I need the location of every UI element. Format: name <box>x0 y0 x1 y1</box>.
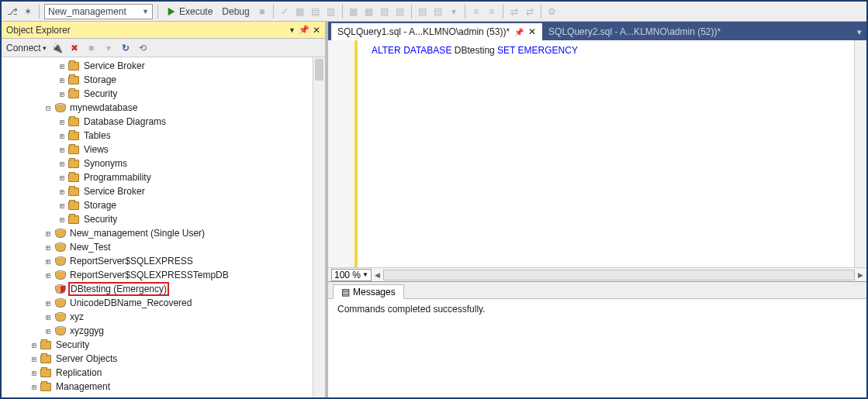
toolbar-icon-1[interactable]: ⎇ <box>6 5 19 18</box>
tree-node-db[interactable]: ⊟mynewdatabase <box>2 101 325 115</box>
expand-icon[interactable]: ⊞ <box>42 327 54 335</box>
uncomment-icon[interactable]: ▤ <box>432 5 444 18</box>
execute-button[interactable]: Execute <box>163 6 216 17</box>
tree-node[interactable]: ⊞Storage <box>2 73 325 87</box>
grid-icon[interactable]: ▦ <box>294 5 306 18</box>
connect-label: Connect <box>6 43 41 53</box>
tree-node[interactable]: ⊞Storage <box>2 198 325 212</box>
scrollbar-thumb[interactable] <box>315 59 323 81</box>
expand-icon[interactable]: ⊞ <box>56 160 68 168</box>
debug-button[interactable]: Debug <box>219 6 252 17</box>
messages-body[interactable]: Commands completed successfully. <box>328 299 866 397</box>
expand-icon[interactable]: ⊞ <box>42 243 54 252</box>
collapse-icon[interactable]: ⊟ <box>42 104 54 112</box>
filter-icon[interactable]: ▾ <box>102 42 115 54</box>
connect-plug-icon[interactable]: 🔌 <box>51 42 64 54</box>
expand-icon[interactable]: ⊞ <box>42 299 54 308</box>
outdent-icon[interactable]: ≡ <box>486 5 498 18</box>
tree-node-db[interactable]: ⊞xyzggyg <box>2 324 325 338</box>
misc-icon-2[interactable]: ⚙ <box>546 5 558 18</box>
expand-icon[interactable]: ⊞ <box>42 257 54 266</box>
expand-icon[interactable]: ⊞ <box>56 90 68 98</box>
scroll-left-icon[interactable]: ◀ <box>375 271 380 279</box>
misc-icon[interactable]: ▾ <box>448 5 460 18</box>
tree-node[interactable]: ⊞Tables <box>2 129 325 143</box>
disconnect-icon[interactable]: ✖ <box>68 42 81 54</box>
tree-node[interactable]: ⊞Views <box>2 143 325 157</box>
tree-node-db-emergency[interactable]: DBtesting (Emergency) <box>2 282 325 296</box>
tree-node[interactable]: ⊞Security <box>2 87 325 101</box>
expand-icon[interactable]: ⊞ <box>56 62 68 71</box>
check-icon[interactable]: ✓ <box>278 5 291 18</box>
editor-vertical-scrollbar[interactable] <box>854 40 866 267</box>
indent-icon[interactable]: ≡ <box>470 5 482 18</box>
expand-blank <box>42 285 54 294</box>
tab-sqlquery2[interactable]: SQLQuery2.sql - A...KLMNO\admin (52))* <box>542 23 727 40</box>
expand-icon[interactable]: ⊞ <box>42 313 54 322</box>
tree-node-db[interactable]: ⊞ReportServer$SQLEXPRESSTempDB <box>2 268 325 282</box>
comment-icon[interactable]: ▤ <box>417 5 429 18</box>
tree-node-db[interactable]: ⊞UnicodeDBName_Recovered <box>2 296 325 310</box>
refresh-icon[interactable]: ↻ <box>119 42 132 54</box>
main-split: Object Explorer ▼ 📌 ✕ Connect ▾ 🔌 ✖ ■ ▾ … <box>2 22 866 397</box>
expand-icon[interactable]: ⊞ <box>56 76 68 84</box>
expand-icon[interactable]: ⊞ <box>56 201 68 210</box>
node-label: Tables <box>82 130 112 141</box>
sync-icon[interactable]: ⟲ <box>137 42 149 54</box>
expand-icon[interactable]: ⊞ <box>56 132 68 140</box>
database-icon <box>54 256 65 266</box>
tree-node-db[interactable]: ⊞New_Test <box>2 240 325 254</box>
plan-icon-4[interactable]: ▧ <box>394 5 406 18</box>
tree-scroll-area[interactable]: ⊞Service Broker ⊞Storage ⊞Security ⊟myne… <box>2 57 325 397</box>
zoom-combo[interactable]: 100 % ▼ <box>331 269 372 281</box>
tab-sqlquery1[interactable]: SQLQuery1.sql - A...KLMNO\admin (53))* 📌… <box>331 23 542 40</box>
expand-icon[interactable]: ⊞ <box>56 187 68 196</box>
tree-node[interactable]: ⊞Server Objects <box>2 352 325 366</box>
close-icon[interactable]: ✕ <box>313 25 320 36</box>
expand-icon[interactable]: ⊞ <box>42 271 54 280</box>
database-selector-combo[interactable]: New_management ▼ <box>44 4 153 19</box>
tree-node-db[interactable]: ⊞xyz <box>2 310 325 324</box>
tree-node[interactable]: ⊞Replication <box>2 366 325 380</box>
tree-node[interactable]: ⊞Management <box>2 380 325 394</box>
plan-icon-3[interactable]: ▨ <box>379 5 391 18</box>
tree-node[interactable]: ⊞Security <box>2 338 325 352</box>
pin-icon[interactable]: 📌 <box>514 28 524 36</box>
expand-icon[interactable]: ⊞ <box>56 174 68 182</box>
tree-node[interactable]: ⊞Programmability <box>2 170 325 184</box>
toolbar-icon-2[interactable]: ✶ <box>22 5 34 18</box>
connect-button[interactable]: Connect ▾ <box>6 43 47 53</box>
expand-icon[interactable]: ⊞ <box>28 355 40 363</box>
horizontal-scrollbar[interactable] <box>383 270 855 280</box>
dropdown-icon[interactable]: ▼ <box>289 26 296 34</box>
tree-node[interactable]: ⊞Service Broker <box>2 59 325 73</box>
expand-icon[interactable]: ⊞ <box>28 383 40 391</box>
sql-keyword: SET <box>497 45 515 56</box>
expand-icon[interactable]: ⊞ <box>56 146 68 154</box>
plan-icon-1[interactable]: ▦ <box>348 5 360 18</box>
results-icon[interactable]: ▤ <box>310 5 322 18</box>
scroll-right-icon[interactable]: ▶ <box>858 271 863 279</box>
vertical-scrollbar[interactable] <box>313 57 325 397</box>
tree-node-db[interactable]: ⊞ReportServer$SQLEXPRESS <box>2 254 325 268</box>
tree-node-db[interactable]: ⊞New_management (Single User) <box>2 226 325 240</box>
messages-tab[interactable]: ▤ Messages <box>333 284 404 299</box>
tree-node[interactable]: ⊞Service Broker <box>2 184 325 198</box>
expand-icon[interactable]: ⊞ <box>28 369 40 377</box>
toggle-icon[interactable]: ⇄ <box>508 5 520 18</box>
sql-editor[interactable]: ALTER DATABASE DBtesting SET EMERGENCY <box>358 40 866 267</box>
tree-node[interactable]: ⊞Security <box>2 212 325 226</box>
tree-node[interactable]: ⊞Database Diagrams <box>2 115 325 129</box>
expand-icon[interactable]: ⊞ <box>56 118 68 126</box>
editor-gutter <box>328 40 358 267</box>
expand-icon[interactable]: ⊞ <box>28 341 40 349</box>
text-icon[interactable]: ▥ <box>325 5 337 18</box>
tab-overflow-button[interactable]: ▾ <box>852 23 866 40</box>
close-icon[interactable]: ✕ <box>528 26 536 37</box>
toggle-icon-2[interactable]: ⇄ <box>524 5 536 18</box>
pin-icon[interactable]: 📌 <box>299 25 310 35</box>
plan-icon-2[interactable]: ▦ <box>363 5 375 18</box>
expand-icon[interactable]: ⊞ <box>56 215 68 224</box>
tree-node[interactable]: ⊞Synonyms <box>2 157 325 170</box>
expand-icon[interactable]: ⊞ <box>42 229 54 238</box>
